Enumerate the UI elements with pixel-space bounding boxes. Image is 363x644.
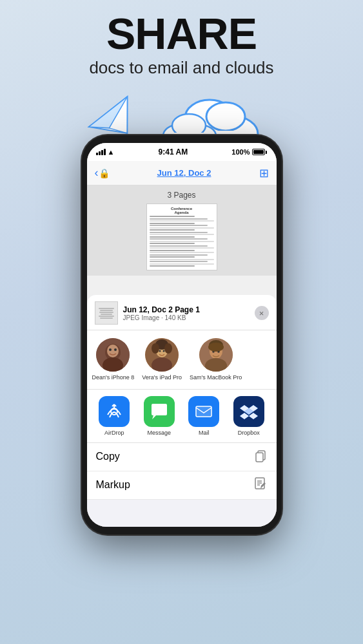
doc-line bbox=[150, 259, 214, 260]
signal-bars bbox=[96, 149, 106, 155]
contact-item-3[interactable]: Sam's MacBook Pro bbox=[190, 338, 242, 381]
action-copy[interactable]: Copy bbox=[87, 443, 277, 471]
share-sheet: Jun 12, Doc 2 Page 1 JPEG Image · 140 KB… bbox=[87, 295, 277, 527]
contact-name-3: Sam's MacBook Pro bbox=[190, 374, 242, 381]
phone-frame: ▲ 9:41 AM 100% ‹ 🔒 Jun 12, Doc 2 ⊞ 3 P bbox=[82, 135, 282, 535]
doc-line bbox=[150, 247, 214, 249]
doc-line bbox=[150, 245, 208, 247]
contact-name-1: Dean's iPhone 8 bbox=[92, 374, 135, 381]
doc-line bbox=[150, 225, 208, 226]
markup-label: Markup bbox=[96, 479, 130, 491]
app-mail[interactable]: Mail bbox=[188, 396, 219, 436]
doc-line bbox=[150, 220, 214, 222]
svg-point-27 bbox=[163, 350, 165, 352]
apps-row: AirDrop Message bbox=[87, 390, 277, 443]
doc-line bbox=[150, 263, 214, 265]
lock-icon: 🔒 bbox=[99, 168, 110, 178]
mail-label: Mail bbox=[199, 430, 210, 436]
doc-line bbox=[150, 227, 214, 229]
doc-preview: ConferenceAgenda bbox=[146, 204, 217, 270]
markup-icon bbox=[253, 477, 268, 494]
share-info: Jun 12, Doc 2 Page 1 JPEG Image · 140 KB bbox=[123, 305, 250, 321]
doc-line bbox=[150, 241, 214, 242]
dropbox-label: Dropbox bbox=[238, 430, 260, 436]
contact-item-1[interactable]: Dean's iPhone 8 bbox=[92, 338, 135, 381]
doc-area: 3 Pages ConferenceAgenda bbox=[87, 185, 277, 276]
contact-item-2[interactable]: Vera's iPad Pro bbox=[142, 338, 182, 381]
battery-icon bbox=[252, 149, 267, 155]
battery-pct: 100% bbox=[231, 148, 250, 156]
action-markup[interactable]: Markup bbox=[87, 471, 277, 500]
layout-icon[interactable]: ⊞ bbox=[259, 166, 269, 180]
status-bar: ▲ 9:41 AM 100% bbox=[87, 143, 277, 161]
share-doc-meta: JPEG Image · 140 KB bbox=[123, 314, 250, 321]
svg-marker-50 bbox=[249, 413, 258, 419]
thumb-line bbox=[99, 312, 113, 313]
doc-title: Jun 12, Doc 2 bbox=[110, 168, 259, 178]
svg-point-17 bbox=[107, 345, 119, 357]
thumb-line bbox=[100, 310, 113, 311]
doc-line bbox=[150, 250, 195, 251]
bar1 bbox=[96, 153, 98, 155]
app-message[interactable]: Message bbox=[144, 396, 175, 436]
svg-marker-49 bbox=[240, 413, 249, 419]
svg-point-19 bbox=[114, 348, 117, 351]
avatar-img-2 bbox=[145, 338, 179, 372]
bar2 bbox=[99, 151, 101, 155]
bar3 bbox=[101, 150, 103, 155]
doc-preview-title: ConferenceAgenda bbox=[150, 207, 214, 214]
thumb-line bbox=[101, 314, 112, 315]
contact-name-2: Vera's iPad Pro bbox=[142, 374, 182, 381]
copy-icon bbox=[253, 448, 268, 466]
doc-line bbox=[150, 218, 208, 220]
header-area: SHARE docs to email and clouds bbox=[0, 12, 363, 78]
page-subtitle: docs to email and clouds bbox=[0, 58, 363, 78]
share-thumbnail bbox=[95, 301, 118, 325]
doc-line bbox=[150, 256, 195, 258]
svg-point-34 bbox=[208, 343, 224, 352]
phone-screen: ▲ 9:41 AM 100% ‹ 🔒 Jun 12, Doc 2 ⊞ 3 P bbox=[87, 143, 277, 527]
svg-rect-52 bbox=[256, 453, 263, 462]
thumb-line bbox=[99, 316, 114, 317]
app-airdrop[interactable]: AirDrop bbox=[99, 396, 130, 436]
avatar-2 bbox=[145, 338, 179, 372]
avatar-3 bbox=[199, 338, 233, 372]
message-label: Message bbox=[147, 430, 171, 436]
doc-line bbox=[150, 229, 195, 231]
airdrop-label: AirDrop bbox=[104, 430, 124, 436]
message-icon bbox=[144, 396, 175, 427]
page-title: SHARE bbox=[0, 12, 363, 55]
doc-line bbox=[150, 252, 214, 253]
pages-label: 3 Pages bbox=[167, 191, 195, 200]
doc-line bbox=[150, 216, 195, 217]
doc-lines bbox=[150, 216, 214, 267]
airdrop-icon bbox=[99, 396, 130, 427]
thumb-line bbox=[99, 308, 114, 309]
doc-line bbox=[150, 238, 208, 240]
doc-line bbox=[150, 236, 195, 238]
svg-point-25 bbox=[164, 343, 172, 354]
avatar-img-3 bbox=[199, 338, 233, 372]
doc-line bbox=[150, 265, 195, 267]
svg-point-18 bbox=[109, 348, 112, 351]
bar4 bbox=[104, 149, 106, 155]
share-doc-title: Jun 12, Doc 2 Page 1 bbox=[123, 305, 250, 314]
status-left: ▲ bbox=[96, 148, 115, 156]
nav-bar: ‹ 🔒 Jun 12, Doc 2 ⊞ bbox=[87, 161, 277, 185]
svg-rect-39 bbox=[196, 406, 211, 417]
svg-point-24 bbox=[152, 343, 159, 354]
svg-point-26 bbox=[159, 350, 161, 352]
app-dropbox[interactable]: Dropbox bbox=[233, 396, 264, 436]
doc-line bbox=[150, 223, 195, 224]
doc-line bbox=[150, 232, 208, 233]
doc-line bbox=[150, 254, 208, 256]
dropbox-icon bbox=[233, 396, 264, 427]
close-button[interactable]: × bbox=[255, 306, 269, 320]
share-header: Jun 12, Doc 2 Page 1 JPEG Image · 140 KB… bbox=[87, 295, 277, 330]
doc-line bbox=[150, 261, 208, 262]
avatar-1 bbox=[96, 338, 130, 372]
doc-line bbox=[150, 234, 214, 235]
thumb-line bbox=[100, 317, 113, 319]
contacts-row: Dean's iPhone 8 bbox=[87, 330, 277, 390]
status-right: 100% bbox=[231, 148, 267, 156]
